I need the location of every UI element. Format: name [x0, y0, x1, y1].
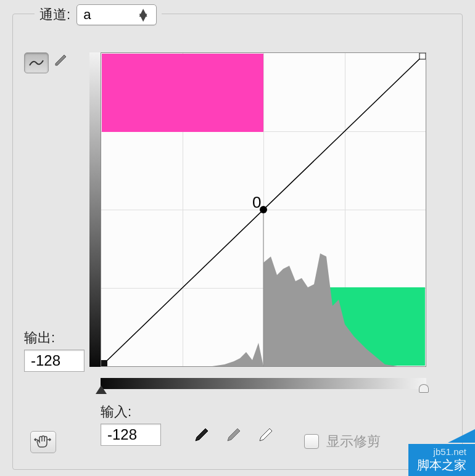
curve-draw-tool[interactable] [54, 52, 75, 73]
center-value-label: 0 [252, 193, 261, 212]
pencil-icon [54, 52, 68, 67]
channel-value: a [83, 7, 91, 23]
curve-tool-buttons [24, 52, 75, 73]
channel-label: 通道: [39, 6, 70, 24]
curves-panel: 通道: a ▲▼ [12, 14, 463, 470]
channel-row: 通道: a ▲▼ [35, 4, 162, 25]
output-gradient [89, 52, 101, 367]
eyedropper-group [192, 427, 273, 445]
input-group: 输入: [101, 403, 161, 446]
graph-box[interactable] [101, 52, 426, 367]
svg-rect-2 [101, 360, 107, 366]
watermark: jb51.net 脚本之家 [408, 444, 475, 476]
white-eyedropper-icon[interactable] [256, 427, 273, 445]
show-clipping-row: 显示修剪 [304, 432, 381, 451]
curve-icon [28, 58, 44, 68]
channel-select[interactable]: a ▲▼ [76, 4, 157, 25]
input-gradient [101, 378, 426, 389]
curves-graph[interactable] [101, 52, 426, 378]
watermark-url: jb51.net [417, 446, 466, 457]
input-value-input[interactable] [101, 424, 161, 446]
targeted-adjustment-tool[interactable] [30, 431, 56, 453]
watermark-decoration [448, 429, 475, 443]
black-eyedropper-icon[interactable] [192, 427, 209, 445]
curve-point-tool[interactable] [24, 52, 49, 73]
dropdown-spinner-icon: ▲▼ [136, 10, 150, 20]
show-clipping-label: 显示修剪 [326, 432, 381, 451]
white-point-slider[interactable] [419, 384, 429, 393]
watermark-name: 脚本之家 [417, 458, 466, 472]
svg-rect-3 [419, 53, 426, 59]
gray-eyedropper-icon[interactable] [224, 427, 241, 445]
black-point-slider[interactable] [96, 385, 107, 394]
input-label: 输入: [101, 403, 161, 421]
show-clipping-checkbox[interactable] [304, 434, 319, 449]
output-group: 输出: [24, 329, 85, 372]
hand-icon [34, 435, 52, 449]
curve-svg [101, 53, 426, 366]
output-label: 输出: [24, 329, 85, 347]
output-value-input[interactable] [24, 350, 85, 372]
